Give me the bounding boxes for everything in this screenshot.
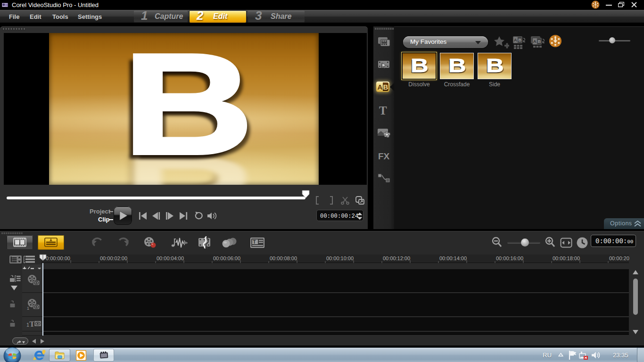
svg-text:T: T [253, 239, 256, 245]
svg-text:B: B [538, 39, 541, 44]
svg-text:1: 1 [27, 306, 29, 311]
svg-text:A: A [514, 38, 517, 42]
svg-text:A: A [533, 39, 537, 44]
svg-text:B: B [519, 38, 522, 42]
